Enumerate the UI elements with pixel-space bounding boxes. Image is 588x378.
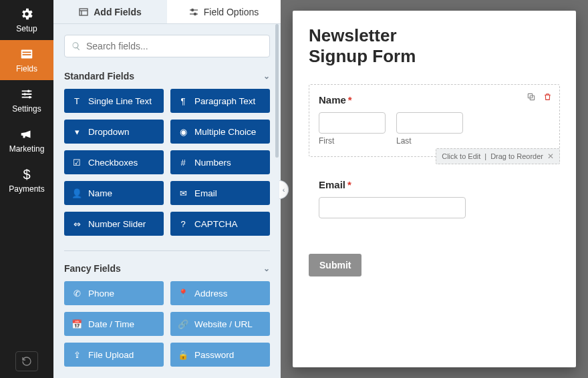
sidebar-item-marketing[interactable]: Marketing [0, 120, 53, 160]
check-icon: ☑ [72, 158, 82, 168]
svg-point-4 [23, 93, 26, 96]
captcha-icon: ? [178, 219, 188, 229]
duplicate-field-button[interactable] [526, 91, 537, 102]
field-numbers[interactable]: #Numbers [170, 150, 270, 174]
dollar-icon: $ [19, 167, 34, 182]
field-name[interactable]: 👤Name [64, 181, 164, 205]
upload-icon: ⇪ [72, 350, 82, 360]
sidebar-label: Payments [9, 184, 44, 194]
options-icon [189, 7, 198, 17]
email-input[interactable] [319, 197, 466, 218]
group-header-fancy[interactable]: Fancy Fields ⌄ [64, 260, 270, 281]
svg-point-12 [194, 13, 196, 15]
search-icon [71, 41, 81, 51]
canvas-wrap: Newsletter Signup Form Name* First [281, 0, 588, 378]
panel-body: Standard Fields ⌄ TSingle Line Text ¶Par… [53, 24, 281, 378]
sub-label-last: Last [396, 136, 463, 146]
sidebar-bottom [0, 345, 53, 378]
link-icon: 🔗 [178, 319, 188, 329]
field-hint-bar: Click to Edit | Drag to Reorder ✕ [436, 148, 560, 164]
form-field-email[interactable]: Email* [309, 169, 560, 230]
submit-button[interactable]: Submit [309, 254, 361, 276]
panel-tabs: Add Fields Field Options [53, 0, 281, 24]
form-icon [19, 47, 34, 61]
tab-label: Add Fields [94, 7, 142, 17]
name-inputs: First Last [319, 112, 550, 146]
sub-label-first: First [319, 136, 386, 146]
history-button[interactable] [15, 351, 38, 371]
sidebar-label: Fields [16, 64, 37, 73]
sidebar-item-payments[interactable]: $ Payments [0, 160, 53, 200]
field-date-time[interactable]: 📅Date / Time [64, 312, 164, 336]
sidebar-item-fields[interactable]: Fields [0, 40, 53, 80]
chevron-down-icon: ⌄ [263, 264, 270, 273]
search-field-wrap[interactable] [64, 35, 270, 57]
field-captcha[interactable]: ?CAPTCHA [170, 212, 270, 236]
form-field-name[interactable]: Name* First Last Click to Edit | Drag to… [309, 84, 560, 157]
sidebar-label: Setup [16, 24, 37, 33]
mail-icon: ✉ [178, 188, 188, 198]
form-canvas: Newsletter Signup Form Name* First [293, 11, 576, 367]
field-address[interactable]: 📍Address [170, 281, 270, 305]
main-sidebar: Setup Fields Settings Marketing $ Paymen… [0, 0, 53, 378]
tab-field-options[interactable]: Field Options [167, 0, 281, 23]
copy-icon [527, 92, 536, 102]
trash-icon [543, 92, 552, 102]
gear-icon [19, 7, 34, 21]
field-paragraph-text[interactable]: ¶Paragraph Text [170, 89, 270, 113]
svg-rect-2 [23, 54, 31, 55]
field-email[interactable]: ✉Email [170, 181, 270, 205]
fancy-fields-grid: ✆Phone 📍Address 📅Date / Time 🔗Website / … [64, 281, 270, 367]
text-icon: T [72, 96, 82, 106]
sliders-icon [19, 87, 34, 102]
dropdown-icon: ▾ [72, 127, 82, 137]
paragraph-icon: ¶ [178, 96, 188, 106]
field-label: Name* [319, 94, 550, 106]
search-input[interactable] [86, 41, 263, 51]
add-field-icon [79, 7, 88, 17]
field-actions [526, 91, 553, 102]
delete-field-button[interactable] [542, 91, 553, 102]
field-file-upload[interactable]: ⇪File Upload [64, 343, 164, 367]
group-header-standard[interactable]: Standard Fields ⌄ [64, 68, 270, 89]
svg-rect-1 [23, 51, 31, 53]
field-checkboxes[interactable]: ☑Checkboxes [64, 150, 164, 174]
field-single-line-text[interactable]: TSingle Line Text [64, 89, 164, 113]
sidebar-item-setup[interactable]: Setup [0, 0, 53, 40]
svg-point-11 [191, 9, 193, 11]
history-icon [21, 356, 32, 367]
svg-point-3 [27, 90, 30, 93]
field-password[interactable]: 🔒Password [170, 343, 270, 367]
phone-icon: ✆ [72, 289, 82, 299]
svg-rect-6 [80, 9, 88, 15]
pin-icon: 📍 [178, 289, 188, 299]
field-multiple-choice[interactable]: ◉Multiple Choice [170, 120, 270, 144]
field-website-url[interactable]: 🔗Website / URL [170, 312, 270, 336]
slider-icon: ⇔ [72, 219, 82, 229]
name-first-input[interactable] [319, 112, 386, 134]
sidebar-label: Settings [12, 104, 41, 114]
tab-label: Field Options [204, 7, 259, 17]
close-hint-button[interactable]: ✕ [547, 152, 554, 161]
user-icon: 👤 [72, 188, 82, 198]
hash-icon: # [178, 158, 188, 168]
field-number-slider[interactable]: ⇔Number Slider [64, 212, 164, 236]
calendar-icon: 📅 [72, 319, 82, 329]
bullhorn-icon [19, 127, 34, 142]
group-title: Standard Fields [64, 71, 134, 81]
lock-icon: 🔒 [178, 350, 188, 360]
form-title[interactable]: Newsletter Signup Form [309, 25, 560, 67]
svg-point-5 [29, 96, 31, 99]
sidebar-item-settings[interactable]: Settings [0, 80, 53, 120]
field-dropdown[interactable]: ▾Dropdown [64, 120, 164, 144]
radio-icon: ◉ [178, 127, 188, 137]
field-label: Email* [319, 179, 550, 190]
standard-fields-grid: TSingle Line Text ¶Paragraph Text ▾Dropd… [64, 89, 270, 236]
field-phone[interactable]: ✆Phone [64, 281, 164, 305]
group-title: Fancy Fields [64, 263, 121, 274]
name-last-input[interactable] [396, 112, 463, 134]
sidebar-label: Marketing [9, 144, 45, 154]
fields-panel: Add Fields Field Options Standard Fields… [53, 0, 281, 378]
tab-add-fields[interactable]: Add Fields [53, 0, 167, 23]
chevron-down-icon: ⌄ [263, 71, 270, 81]
